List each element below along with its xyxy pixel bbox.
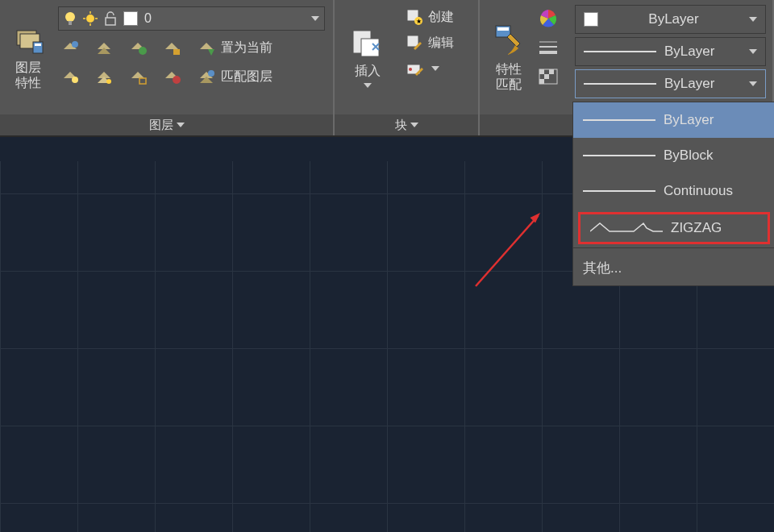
option-label: ByLayer	[664, 112, 714, 128]
svg-point-19	[208, 70, 214, 77]
lineweight-button[interactable]	[536, 35, 560, 60]
layer-unlock-icon	[128, 67, 148, 86]
set-current-button[interactable]: 置为当前	[194, 36, 276, 59]
layer-tool-1-button[interactable]	[58, 35, 82, 60]
chevron-down-icon	[311, 16, 319, 21]
option-label: ByBlock	[664, 148, 713, 164]
layer-tool-7-button[interactable]	[126, 64, 150, 89]
edit-attributes-button[interactable]	[402, 58, 470, 79]
match-props-label: 特性 匹配	[496, 61, 522, 92]
chevron-down-icon	[364, 83, 372, 88]
layers-panel-title[interactable]: 图层	[0, 114, 333, 135]
layer-tool-8-button[interactable]	[160, 64, 184, 89]
menu-separator	[573, 247, 774, 248]
layer-tool-4-button[interactable]	[160, 35, 184, 60]
chevron-down-icon	[431, 66, 439, 71]
lineweight-preview-icon	[584, 51, 656, 52]
svg-rect-35	[539, 69, 544, 74]
layer-dropdown[interactable]: 0	[58, 6, 325, 31]
layer-tool-5-button[interactable]	[58, 64, 82, 89]
create-label: 创建	[428, 9, 454, 26]
blocks-panel: 插入 ★ 创建 编辑 块	[335, 0, 480, 135]
layer-freeze-icon	[60, 38, 80, 57]
layer-lock-icon	[162, 38, 181, 57]
color-swatch-icon	[584, 12, 598, 27]
edit-label: 编辑	[428, 35, 454, 52]
svg-point-15	[72, 77, 78, 83]
svg-point-4	[65, 12, 75, 22]
blocks-panel-title[interactable]: 块	[335, 114, 478, 135]
layer-tool-6-button[interactable]	[92, 64, 116, 89]
option-label: ZIGZAG	[671, 220, 722, 236]
lightbulb-on-icon	[64, 10, 77, 27]
option-label: Continuous	[664, 183, 733, 199]
edit-block-button[interactable]: 编辑	[402, 32, 470, 53]
transparency-button[interactable]	[536, 64, 560, 89]
color-value: ByLayer	[606, 11, 741, 27]
linetype-preview-icon	[584, 83, 656, 85]
create-block-button[interactable]: ★ 创建	[402, 6, 470, 27]
layers-panel: 图层 特性 0 置为当前	[0, 0, 335, 135]
linetype-option-zigzag[interactable]: ZIGZAG	[578, 212, 770, 244]
transparency-icon	[538, 68, 559, 85]
create-block-icon: ★	[406, 8, 423, 26]
lineweight-dropdown[interactable]: ByLayer	[575, 37, 766, 66]
option-label: 其他...	[583, 259, 622, 277]
linetype-option-bylayer[interactable]: ByLayer	[573, 102, 774, 138]
color-dropdown[interactable]: ByLayer	[575, 5, 766, 34]
svg-rect-25	[407, 35, 418, 47]
svg-point-13	[139, 47, 147, 55]
svg-rect-37	[544, 74, 549, 79]
layer-properties-button[interactable]: 图层 特性	[5, 3, 52, 111]
match-layer-button[interactable]: 匹配图层	[194, 65, 276, 88]
layer-properties-icon	[12, 24, 44, 56]
layer-match-icon	[197, 67, 216, 86]
insert-block-button[interactable]: 插入	[339, 3, 396, 111]
color-swatch-icon	[123, 11, 138, 26]
color-wheel-icon	[538, 8, 559, 29]
chevron-down-icon	[410, 123, 418, 127]
linetype-dropdown[interactable]: ByLayer	[575, 69, 766, 98]
layer-tool-3-button[interactable]	[126, 35, 150, 60]
insert-block-icon	[350, 27, 385, 60]
lock-open-icon	[104, 11, 117, 26]
chevron-down-icon	[749, 17, 757, 22]
svg-rect-29	[497, 27, 509, 31]
edit-attributes-icon	[406, 60, 423, 77]
svg-rect-17	[139, 78, 146, 84]
layer-off-icon	[94, 38, 114, 57]
insert-label: 插入	[355, 63, 381, 80]
zigzag-preview-icon	[590, 222, 663, 235]
line-preview-icon	[583, 155, 655, 156]
svg-point-6	[86, 15, 94, 23]
svg-rect-5	[69, 21, 72, 25]
lineweight-icon	[538, 39, 559, 56]
linetype-option-byblock[interactable]: ByBlock	[573, 138, 774, 173]
layer-tool-2-button[interactable]	[92, 35, 116, 60]
chevron-down-icon	[749, 49, 757, 54]
layer-on-icon	[60, 67, 80, 86]
chevron-down-icon	[749, 81, 757, 86]
linetype-option-continuous[interactable]: Continuous	[573, 173, 774, 209]
chevron-down-icon	[177, 123, 185, 127]
layer-name-label: 0	[144, 11, 152, 26]
match-properties-icon	[491, 23, 526, 58]
svg-rect-38	[539, 79, 544, 84]
match-layer-label: 匹配图层	[221, 69, 273, 85]
edit-block-icon	[406, 34, 423, 52]
svg-rect-3	[35, 44, 41, 46]
set-current-label: 置为当前	[221, 39, 273, 56]
linetype-menu: ByLayer ByBlock Continuous ZIGZAG 其他...	[572, 102, 774, 286]
svg-point-16	[106, 79, 111, 84]
color-wheel-button[interactable]	[536, 6, 560, 31]
layer-thaw-icon	[94, 67, 114, 86]
linetype-option-other[interactable]: 其他...	[573, 250, 774, 285]
layer-isolate-icon	[128, 38, 148, 57]
layer-current-icon	[197, 38, 216, 57]
svg-point-27	[409, 68, 412, 71]
sun-icon	[83, 11, 98, 26]
match-properties-button[interactable]: 特性 匹配	[485, 3, 533, 111]
linetype-value: ByLayer	[664, 76, 714, 92]
svg-text:★: ★	[416, 18, 422, 25]
layer-properties-label: 图层 特性	[15, 60, 41, 90]
